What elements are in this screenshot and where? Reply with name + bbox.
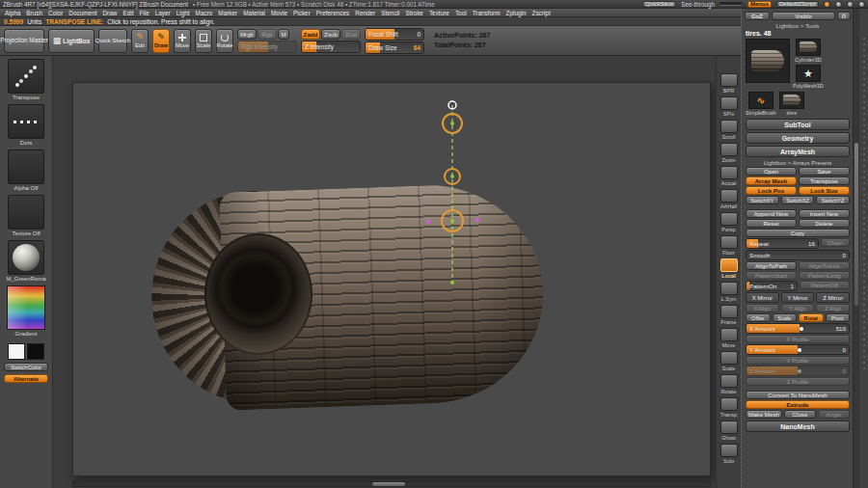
shelf-button[interactable]: Solo: [720, 444, 738, 464]
tray-divider[interactable]: [858, 9, 868, 488]
align-to-path-button[interactable]: AlignToPath: [746, 261, 797, 270]
z-amount-slider[interactable]: Z Amount 0: [746, 366, 850, 376]
lock-size-toggle[interactable]: Lock Size: [799, 186, 850, 195]
shelf-button[interactable]: Local: [720, 258, 738, 279]
tool-thumb-tires[interactable]: tires: [779, 92, 804, 116]
shelf-button[interactable]: SPix: [720, 96, 738, 117]
shelf-button[interactable]: BPR: [720, 73, 738, 94]
scale-button[interactable]: Scale: [195, 29, 212, 53]
chain-button[interactable]: Chain: [821, 238, 850, 247]
default-zscript-button[interactable]: DefaultZScript: [776, 1, 819, 8]
section-arraymesh[interactable]: ArrayMesh: [746, 146, 850, 157]
switch-yz-button[interactable]: SwitchYZ: [816, 196, 850, 204]
array-mesh-toggle[interactable]: Array Mesh: [746, 176, 797, 185]
visible-button[interactable]: Visible: [772, 12, 835, 20]
menu-item[interactable]: Zscript: [529, 10, 553, 16]
align-to-axis-button[interactable]: AlignToAxis: [799, 261, 850, 270]
menu-item[interactable]: Document: [66, 10, 99, 16]
menu-item[interactable]: Movie: [268, 10, 290, 16]
help-icon[interactable]: [824, 1, 830, 8]
material-thumbnail[interactable]: [8, 240, 44, 275]
tab-offset[interactable]: Offse: [746, 313, 771, 322]
lightbox-tools-link[interactable]: Lightbox > Tools: [745, 22, 851, 29]
menu-item[interactable]: Marker: [215, 10, 240, 16]
quick-sketch-button[interactable]: Quick Sketch: [98, 29, 127, 53]
y-profile-button[interactable]: Y Profile: [746, 356, 850, 365]
x-mirror-toggle[interactable]: X Mirror: [746, 292, 779, 303]
delete-button[interactable]: Delete: [799, 219, 850, 228]
tab-scale[interactable]: Scale: [773, 313, 798, 322]
tab-rotate[interactable]: Rotat: [799, 313, 824, 322]
shelf-button[interactable]: Persp: [720, 212, 738, 232]
x-amount-slider[interactable]: X Amount 519: [746, 323, 850, 334]
z-align-button[interactable]: Z Align: [816, 304, 850, 312]
switch-color-button[interactable]: SwitchColor: [4, 363, 48, 371]
draw-button[interactable]: ✎ Draw: [152, 29, 170, 53]
menu-item[interactable]: Layer: [152, 10, 174, 16]
make-mesh-button[interactable]: Make Mesh: [746, 410, 782, 419]
close-button[interactable]: Close: [784, 410, 816, 419]
shelf-button[interactable]: Move: [720, 328, 738, 348]
angle-button[interactable]: Angle: [818, 410, 850, 419]
rgb-button[interactable]: Rgb: [258, 29, 277, 40]
secondary-color-swatch[interactable]: [27, 343, 44, 360]
zsub-button[interactable]: Zsub: [321, 29, 340, 40]
insert-new-button[interactable]: Insert New: [799, 209, 850, 218]
section-geometry[interactable]: Geometry: [746, 132, 850, 144]
minimize-icon[interactable]: [835, 1, 842, 8]
menu-item[interactable]: Edit: [120, 10, 136, 16]
zcut-button[interactable]: Zcut: [341, 29, 361, 40]
lightbox-button[interactable]: ▦ LightBox: [48, 29, 95, 53]
goz-button[interactable]: GoZ: [745, 12, 770, 20]
z-profile-button[interactable]: Z Profile: [746, 377, 850, 386]
convert-to-nanomesh-button[interactable]: Convert To NanoMesh: [746, 391, 850, 399]
projection-master-button[interactable]: Projection Master: [4, 29, 44, 53]
transpose-line-gizmo[interactable]: [73, 83, 710, 475]
menu-item[interactable]: Stroke: [402, 10, 425, 16]
menu-item[interactable]: Texture: [426, 10, 452, 16]
mrgb-button[interactable]: Mrgb: [237, 29, 257, 40]
menu-item[interactable]: Tool: [452, 10, 470, 16]
menu-item[interactable]: Brush: [23, 10, 45, 16]
copy-button[interactable]: Copy: [746, 229, 850, 237]
shelf-button[interactable]: AAHalf: [720, 189, 738, 209]
shelf-button[interactable]: Scroll: [720, 120, 738, 140]
edit-button[interactable]: ✎ Edit: [131, 29, 149, 53]
shelf-button[interactable]: Frame: [720, 305, 738, 325]
r-button[interactable]: R: [837, 12, 851, 20]
canvas-h-scrollbar[interactable]: [72, 481, 711, 487]
smooth-slider[interactable]: Smooth 0: [746, 250, 850, 260]
shelf-button[interactable]: Transp: [720, 397, 738, 418]
menu-item[interactable]: Zplugin: [503, 10, 529, 16]
switch-xz-button[interactable]: SwitchXZ: [781, 196, 815, 204]
section-subtool[interactable]: SubTool: [746, 119, 850, 130]
menu-item[interactable]: Draw: [99, 10, 120, 16]
x-profile-button[interactable]: X Profile: [746, 335, 850, 343]
h-scroll-thumb[interactable]: [372, 482, 405, 486]
x-align-button[interactable]: X Align: [746, 304, 779, 312]
zadd-button[interactable]: Zadd: [301, 29, 320, 40]
menu-item[interactable]: Render: [352, 10, 378, 16]
quicksave-button[interactable]: QuickSave: [642, 1, 676, 8]
z-mirror-toggle[interactable]: Z Mirror: [816, 292, 850, 303]
menu-item[interactable]: Material: [240, 10, 268, 16]
document-viewport[interactable]: [72, 82, 711, 476]
pattern-on-slider[interactable]: PatternOn 1: [746, 281, 798, 291]
shelf-button[interactable]: L.Sym: [720, 282, 738, 302]
color-picker[interactable]: [7, 285, 45, 330]
repeat-slider[interactable]: Repeat 16: [746, 238, 819, 249]
current-tool-thumbnail[interactable]: [746, 39, 790, 83]
pattern-leng-button[interactable]: PatternLeng: [799, 271, 850, 280]
maximize-icon[interactable]: [847, 1, 854, 8]
see-through-slider[interactable]: [719, 2, 743, 6]
rgb-intensity-slider[interactable]: Rgb Intensity: [237, 41, 297, 53]
append-new-button[interactable]: Append New: [746, 209, 797, 218]
menu-item[interactable]: Color: [45, 10, 66, 16]
rotate-button[interactable]: Rotate: [216, 29, 233, 53]
menus-button[interactable]: Menus: [747, 1, 772, 8]
close-icon[interactable]: [858, 1, 865, 8]
menu-item[interactable]: Light: [174, 10, 193, 16]
menu-item[interactable]: Picker: [290, 10, 313, 16]
tool-thumb-polymesh3d[interactable]: ★ PolyMesh3D: [793, 65, 824, 89]
section-nanomesh[interactable]: NanoMesh: [746, 420, 850, 432]
